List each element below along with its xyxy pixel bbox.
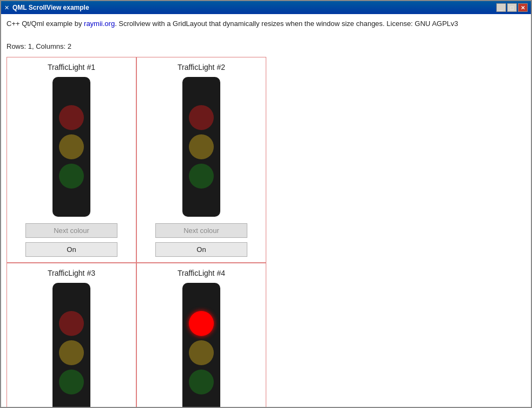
cell-title-2: TrafficLight #2 (178, 63, 225, 72)
traffic-light-grid: TrafficLight #1 Next colour On TrafficLi… (6, 57, 266, 407)
window-title: QML ScrollView example (12, 4, 89, 11)
description-text: C++ Qt/Qml example by raymii.org. Scroll… (1, 14, 531, 34)
traffic-cell-4: TrafficLight #4 Next colour On (136, 263, 266, 407)
green-light-1 (59, 164, 84, 189)
title-bar-left: ✕ QML ScrollView example (4, 4, 89, 11)
green-light-4 (189, 370, 214, 394)
red-light-4 (189, 311, 214, 336)
yellow-light-2 (189, 134, 214, 159)
traffic-cell-1: TrafficLight #1 Next colour On (6, 57, 136, 263)
window-body: C++ Qt/Qml example by raymii.org. Scroll… (1, 14, 531, 407)
description-suffix: . Scrollview with a GridLayout that dyna… (115, 20, 458, 28)
traffic-light-body-1 (52, 77, 90, 217)
next-colour-button-1[interactable]: Next colour (25, 223, 117, 238)
green-light-2 (189, 164, 214, 189)
yellow-light-4 (189, 340, 214, 365)
green-light-3 (59, 370, 84, 394)
main-window: ✕ QML ScrollView example _ □ ✕ C++ Qt/Qm… (0, 0, 532, 408)
maximize-button[interactable]: □ (507, 3, 517, 12)
cell-title-4: TrafficLight #4 (178, 269, 225, 277)
title-bar-controls: _ □ ✕ (496, 3, 528, 12)
traffic-light-body-4 (182, 283, 220, 407)
traffic-light-body-3 (52, 283, 90, 407)
red-light-3 (59, 311, 84, 336)
app-icon: ✕ (4, 4, 9, 11)
description-prefix: C++ Qt/Qml example by (6, 20, 84, 28)
traffic-cell-2: TrafficLight #2 Next colour On (136, 57, 266, 263)
rows-info: Rows: 1, Columns: 2 (1, 40, 531, 55)
red-light-2 (189, 105, 214, 130)
title-bar: ✕ QML ScrollView example _ □ ✕ (1, 1, 531, 14)
yellow-light-3 (59, 340, 84, 365)
minimize-button[interactable]: _ (496, 3, 506, 12)
on-off-button-1[interactable]: On (25, 242, 117, 257)
red-light-1 (59, 105, 84, 130)
traffic-light-body-2 (182, 77, 220, 217)
traffic-cell-3: TrafficLight #3 Next colour On (6, 263, 136, 407)
on-off-button-2[interactable]: On (155, 242, 247, 257)
cell-title-3: TrafficLight #3 (48, 269, 95, 277)
yellow-light-1 (59, 134, 84, 159)
cell-title-1: TrafficLight #1 (48, 63, 95, 72)
close-button[interactable]: ✕ (518, 3, 528, 12)
scroll-area[interactable]: TrafficLight #1 Next colour On TrafficLi… (1, 55, 531, 407)
raymii-link[interactable]: raymii.org (84, 20, 115, 28)
next-colour-button-2[interactable]: Next colour (155, 223, 247, 238)
